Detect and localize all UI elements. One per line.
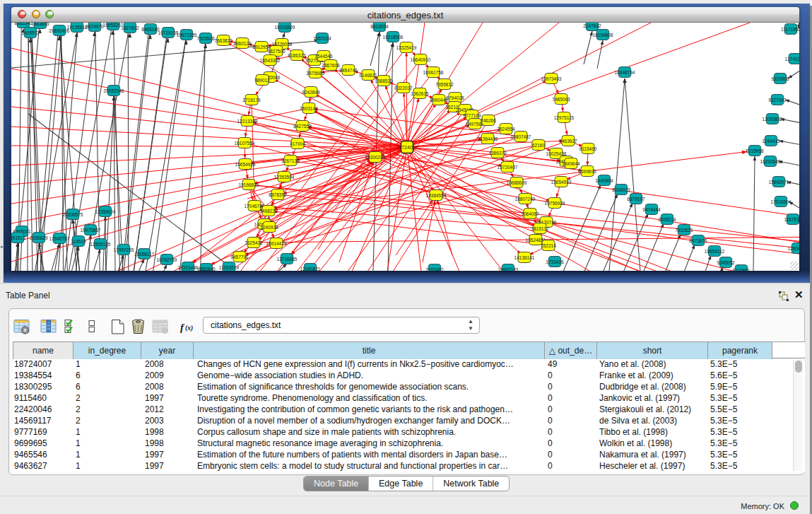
svg-text:19218506: 19218506: [383, 34, 404, 39]
svg-text:9827500: 9827500: [267, 48, 286, 53]
svg-text:9777169: 9777169: [463, 112, 481, 117]
svg-text:8878352: 8878352: [269, 192, 287, 197]
svg-text:8110861: 8110861: [733, 267, 751, 271]
svg-text:1815112: 1815112: [531, 226, 549, 230]
svg-text:2147642: 2147642: [583, 23, 601, 28]
svg-text:8862545: 8862545: [14, 23, 33, 25]
svg-text:7386372: 7386372: [488, 150, 507, 155]
svg-text:8471676: 8471676: [689, 238, 707, 243]
svg-text:7485063: 7485063: [552, 96, 570, 101]
svg-text:2718176: 2718176: [242, 97, 261, 102]
svg-text:3267130: 3267130: [281, 158, 300, 163]
svg-text:10654112: 10654112: [705, 248, 725, 253]
svg-text:9245052: 9245052: [717, 259, 735, 264]
svg-text:114519: 114519: [71, 238, 86, 243]
svg-text:8466160: 8466160: [141, 26, 160, 31]
svg-text:3875685: 3875685: [306, 70, 324, 75]
svg-text:12213389: 12213389: [237, 118, 258, 123]
svg-text:9457791: 9457791: [230, 254, 249, 259]
svg-text:16640910: 16640910: [411, 57, 431, 62]
svg-text:12359924: 12359924: [95, 209, 116, 214]
svg-text:9498222: 9498222: [259, 208, 278, 213]
svg-text:16210643: 16210643: [760, 158, 781, 163]
svg-text:7957224: 7957224: [313, 35, 331, 40]
svg-text:12604539: 12604539: [788, 245, 799, 250]
svg-text:7625402: 7625402: [245, 240, 263, 245]
svg-text:19135818: 19135818: [67, 24, 88, 29]
svg-text:9329966: 9329966: [771, 76, 789, 81]
svg-text:12975115: 12975115: [554, 115, 575, 119]
svg-text:1244415: 1244415: [762, 138, 780, 143]
svg-text:989012: 989012: [254, 77, 270, 82]
svg-text:9474444: 9474444: [642, 206, 661, 211]
svg-text:8427552: 8427552: [293, 123, 312, 128]
svg-text:12093832: 12093832: [763, 116, 783, 121]
svg-text:8322037: 8322037: [394, 85, 413, 90]
svg-text:1362615: 1362615: [411, 90, 429, 95]
svg-text:10671355: 10671355: [177, 32, 197, 37]
svg-text:17046788: 17046788: [245, 203, 265, 208]
svg-text:8860124: 8860124: [233, 40, 252, 45]
svg-text:2156829: 2156829: [30, 235, 48, 240]
svg-text:19654925: 19654925: [235, 161, 256, 166]
svg-text:2167482: 2167482: [425, 267, 444, 271]
svg-text:1440954: 1440954: [595, 177, 613, 182]
svg-text:18300295: 18300295: [365, 154, 386, 159]
svg-text:16154808: 16154808: [593, 32, 613, 37]
svg-text:7955812: 7955812: [435, 81, 454, 86]
svg-text:13958117: 13958117: [134, 251, 155, 256]
svg-text:17016504: 17016504: [771, 199, 792, 204]
svg-text:1527602: 1527602: [121, 25, 139, 30]
svg-text:14136141: 14136141: [514, 255, 535, 259]
svg-text:7515526: 7515526: [196, 35, 215, 40]
svg-text:12060821: 12060821: [300, 266, 321, 271]
svg-text:391513: 391513: [11, 235, 25, 240]
svg-text:2867608: 2867608: [322, 62, 340, 67]
svg-text:9084067: 9084067: [521, 211, 539, 216]
svg-text:21364436: 21364436: [478, 136, 498, 141]
svg-text:62160: 62160: [532, 142, 545, 147]
svg-text:1240934: 1240934: [260, 224, 278, 229]
svg-text:1733426: 1733426: [546, 259, 564, 264]
svg-text:16107554: 16107554: [235, 140, 255, 145]
svg-text:6879197: 6879197: [627, 196, 645, 201]
svg-text:15720407: 15720407: [498, 164, 518, 169]
svg-text:16543362: 16543362: [260, 57, 281, 62]
svg-text:12323446: 12323446: [178, 264, 199, 269]
svg-text:25053346: 25053346: [104, 88, 124, 93]
svg-text:16961758: 16961758: [423, 69, 444, 74]
svg-text:20206575: 20206575: [63, 211, 83, 216]
svg-text:1849644: 1849644: [562, 160, 580, 165]
svg-text:2603144: 2603144: [300, 105, 318, 110]
svg-text:7632621: 7632621: [675, 227, 693, 232]
svg-text:8215958: 8215958: [746, 148, 764, 153]
svg-text:10688609: 10688609: [507, 180, 527, 185]
svg-text:16848794: 16848794: [615, 69, 635, 74]
svg-text:9463627: 9463627: [559, 138, 577, 143]
svg-text:13325419: 13325419: [396, 45, 417, 49]
svg-text:12353594: 12353594: [274, 174, 295, 179]
svg-text:10025438: 10025438: [546, 151, 567, 156]
svg-text:16033809: 16033809: [275, 24, 295, 29]
svg-text:8813054: 8813054: [370, 23, 389, 28]
svg-text:(x): (x): [185, 325, 193, 332]
svg-text:f: f: [180, 322, 185, 333]
svg-text:8454749: 8454749: [339, 67, 358, 72]
svg-text:18807249: 18807249: [515, 196, 536, 201]
svg-text:19384554: 19384554: [426, 192, 447, 197]
svg-text:9674970: 9674970: [86, 23, 104, 28]
svg-text:17957255: 17957255: [114, 247, 134, 252]
svg-text:1588520: 1588520: [375, 78, 393, 83]
svg-text:6699695: 6699695: [578, 168, 596, 173]
svg-text:417004: 417004: [290, 141, 305, 146]
svg-text:10719155: 10719155: [158, 30, 179, 35]
svg-text:8990448: 8990448: [430, 97, 448, 102]
svg-text:10807487: 10807487: [511, 134, 531, 139]
svg-text:9882890: 9882890: [197, 266, 216, 271]
svg-text:19166825: 19166825: [239, 182, 259, 187]
svg-text:12741317: 12741317: [785, 56, 799, 61]
svg-text:19756928: 19756928: [545, 200, 565, 205]
svg-text:9115460: 9115460: [579, 146, 597, 151]
svg-text:746266: 746266: [481, 117, 496, 122]
svg-text:18724007: 18724007: [396, 144, 418, 149]
